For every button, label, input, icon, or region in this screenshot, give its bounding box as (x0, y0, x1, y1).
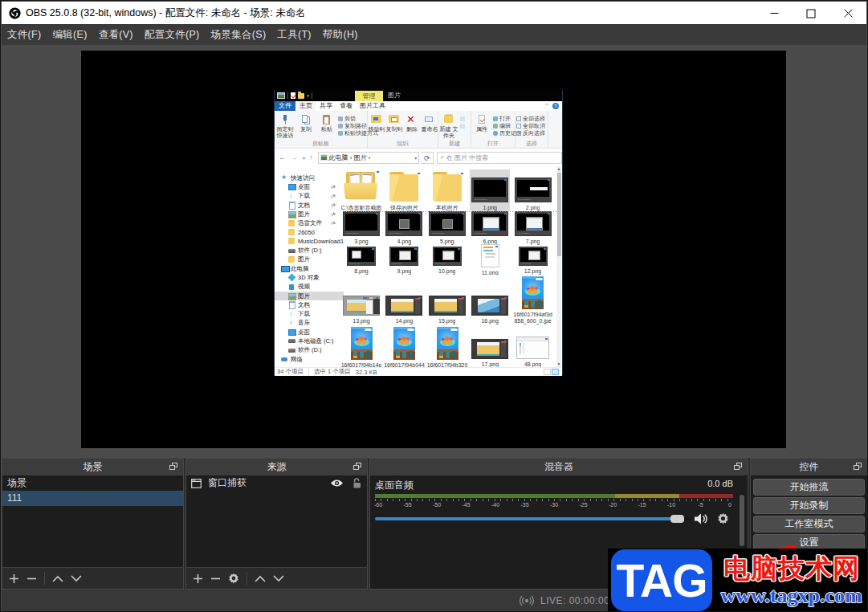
nav-item[interactable]: 快速访问 (275, 173, 344, 182)
files-scrollbar[interactable]: ▲ ▼ (556, 166, 561, 367)
ribbon-collapse-icon[interactable]: ⌃ (544, 103, 549, 109)
nav-item[interactable]: 桌面 (275, 328, 344, 337)
file-tile[interactable]: 11.png (470, 244, 510, 275)
file-tile[interactable]: 17.png (471, 327, 511, 368)
back-icon[interactable]: ← (279, 153, 286, 161)
ribbon-small-button[interactable]: 反向选择 (516, 129, 545, 137)
scroll-up-icon[interactable]: ▲ (556, 166, 561, 172)
nav-item[interactable]: 26050 (275, 228, 344, 237)
control-button[interactable]: 工作室模式 (753, 516, 865, 532)
file-tile[interactable]: 9.png (384, 244, 424, 275)
file-tile[interactable]: 14.png (384, 275, 424, 324)
nav-item[interactable]: 迅雷文件 (275, 218, 344, 227)
add-scene-button[interactable] (9, 573, 19, 584)
scene-down-button[interactable] (71, 575, 82, 582)
ribbon-tab[interactable]: 图片工具 (357, 101, 389, 111)
file-tile[interactable]: 16f6017f94af3d858_600_0.jpeg (513, 275, 553, 324)
file-tile[interactable]: 保存的照片 (385, 169, 425, 211)
nav-item[interactable]: 软件 (D:) (275, 246, 344, 255)
help-icon[interactable]: ? (552, 103, 559, 109)
sources-dock-header[interactable]: 来源 (186, 459, 367, 475)
file-tile[interactable]: 16.png (470, 275, 510, 324)
address-input[interactable]: 此电脑 › 图片 › ▾ (318, 152, 420, 164)
volume-slider-handle[interactable] (670, 515, 684, 523)
scenes-dock-header[interactable]: 场景 (2, 459, 183, 475)
thumbnail-view-button[interactable] (552, 369, 559, 375)
file-tile[interactable]: 48.png (513, 327, 553, 368)
mixer-scrollbar[interactable] (740, 495, 744, 546)
nav-item[interactable]: 文档 (275, 201, 344, 210)
mixer-gear-icon[interactable] (717, 512, 729, 524)
nav-item[interactable]: 3D 对象 (275, 273, 344, 282)
source-up-button[interactable] (255, 575, 266, 582)
visibility-eye-icon[interactable] (330, 479, 344, 488)
close-button[interactable] (829, 2, 866, 25)
file-tile[interactable]: 16f6017f94b14e (341, 327, 381, 368)
forward-icon[interactable]: → (291, 153, 298, 161)
menu-item[interactable]: 文件(F) (2, 24, 47, 45)
file-tile[interactable]: 16f6017f94b329 (427, 327, 467, 368)
refresh-button[interactable]: ⟳ (421, 152, 434, 164)
new-folder-qat-icon[interactable] (298, 93, 304, 99)
file-tile[interactable]: 本机照片 (427, 169, 467, 211)
file-tile[interactable]: 12.png (513, 244, 553, 275)
menu-item[interactable]: 场景集合(S) (206, 24, 272, 45)
remove-source-button[interactable] (210, 573, 221, 584)
dock-popout-icon[interactable] (854, 463, 862, 471)
properties-qat-icon[interactable] (291, 92, 295, 99)
menu-item[interactable]: 工具(T) (271, 24, 316, 45)
nav-item[interactable]: 图片 (275, 292, 344, 300)
qat-dropdown-icon[interactable]: ▾ (307, 93, 309, 98)
control-button[interactable]: 开始推流 (753, 479, 865, 496)
maximize-button[interactable] (793, 2, 829, 25)
file-tile[interactable]: 5.png (427, 208, 467, 245)
breadcrumb[interactable]: 此电脑 › 图片 › (329, 153, 371, 162)
volume-slider[interactable] (375, 517, 691, 520)
file-tile[interactable]: 15.png (427, 275, 467, 324)
nav-item[interactable]: 图片 (275, 255, 344, 264)
dock-popout-icon[interactable] (734, 463, 743, 471)
scroll-down-icon[interactable]: ▼ (556, 361, 561, 367)
menu-item[interactable]: 配置文件(P) (139, 24, 206, 45)
source-down-button[interactable] (273, 575, 284, 582)
file-tile[interactable]: 2.png (513, 169, 553, 211)
file-tile[interactable]: 7.png (513, 208, 553, 245)
nav-item[interactable]: 图片 (275, 210, 344, 218)
nav-item[interactable]: 软件 (D:) (275, 346, 344, 355)
scene-up-button[interactable] (52, 575, 63, 582)
lock-icon[interactable] (352, 478, 362, 488)
file-tile[interactable]: 1.png (470, 169, 510, 211)
nav-item[interactable]: 文档 (275, 300, 344, 309)
dock-popout-icon[interactable] (353, 463, 362, 471)
contextual-tab-manage[interactable]: 管理 (355, 91, 383, 101)
file-tile[interactable]: 13.png (341, 275, 381, 324)
ribbon-small-button[interactable] (459, 122, 467, 129)
nav-item[interactable]: 网络 (275, 355, 344, 364)
speaker-icon[interactable] (695, 513, 708, 524)
scrollbar-thumb[interactable] (557, 173, 561, 256)
mixer-dock-header[interactable]: 混音器 (370, 459, 748, 475)
dock-popout-icon[interactable] (169, 463, 178, 471)
nav-item[interactable]: MusicDownload1 (275, 237, 344, 246)
nav-item[interactable]: 本地磁盘 (C:) (275, 337, 344, 345)
menu-item[interactable]: 编辑(E) (47, 24, 92, 45)
ribbon-tab[interactable]: 共享 (316, 101, 336, 111)
nav-item[interactable]: 下载 (275, 192, 344, 201)
minimize-button[interactable] (756, 2, 793, 25)
scene-item[interactable]: 场景 (2, 475, 183, 491)
scene-item[interactable]: 111 (2, 491, 183, 506)
ribbon-tab[interactable]: 查看 (336, 101, 356, 111)
search-input[interactable]: ⌕ 在 图片 中搜索 (437, 152, 562, 164)
nav-item[interactable]: 桌面 (275, 182, 344, 191)
nav-item[interactable]: 此电脑 (275, 264, 344, 273)
source-properties-gear-icon[interactable] (228, 573, 239, 584)
nav-item[interactable]: 音乐 (275, 319, 344, 328)
menu-item[interactable]: 帮助(H) (317, 24, 364, 45)
ribbon-tab[interactable]: 主页 (296, 101, 316, 111)
nav-item[interactable]: 视频 (275, 283, 344, 292)
nav-item[interactable]: 下载 (275, 309, 344, 318)
file-tile[interactable]: 6.png (470, 208, 510, 245)
add-source-button[interactable] (193, 573, 203, 584)
ribbon-tab[interactable]: 文件 (275, 101, 295, 111)
remove-scene-button[interactable] (26, 573, 37, 584)
